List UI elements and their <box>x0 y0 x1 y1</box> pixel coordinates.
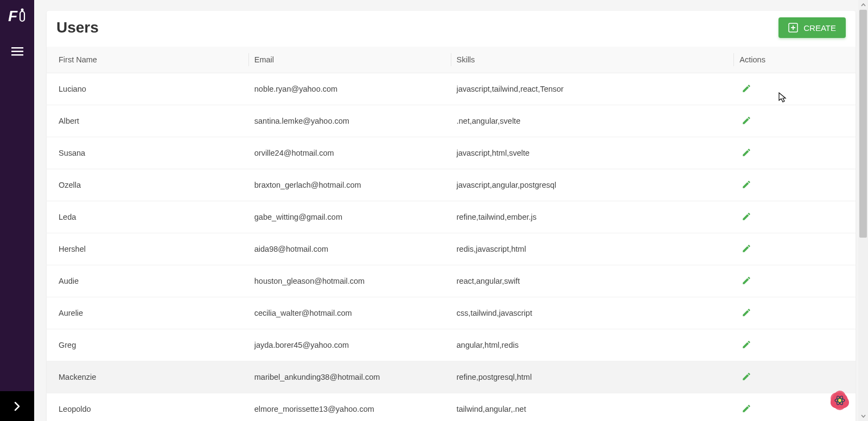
create-button-label: CREATE <box>803 23 836 33</box>
cell-skills: redis,javascript,html <box>451 233 735 265</box>
menu-toggle-button[interactable] <box>11 47 23 56</box>
cell-skills: refine,postgresql,html <box>451 361 735 393</box>
scrollbar-up-button[interactable] <box>858 0 868 10</box>
cell-email: santina.lemke@yahoo.com <box>249 105 451 137</box>
app-logo[interactable]: F <box>8 7 27 26</box>
sidebar-expand-button[interactable] <box>0 391 34 421</box>
cell-email: aida98@hotmail.com <box>249 233 451 265</box>
edit-button[interactable] <box>739 113 754 129</box>
edit-icon <box>742 404 751 415</box>
edit-button[interactable] <box>739 305 754 321</box>
table-row[interactable]: Aureliececilia_walter@hotmail.comcss,tai… <box>47 297 856 329</box>
hamburger-icon <box>11 47 23 56</box>
edit-icon <box>742 116 751 127</box>
table-row[interactable]: Susanaorville24@hotmail.comjavascript,ht… <box>47 137 856 169</box>
edit-button[interactable] <box>739 145 754 161</box>
svg-rect-1 <box>20 11 24 21</box>
svg-rect-3 <box>11 47 23 49</box>
edit-button[interactable] <box>739 273 754 289</box>
table-row[interactable]: Leopoldoelmore_morissette13@yahoo.comtai… <box>47 393 856 422</box>
column-first-name[interactable]: First Name <box>47 47 249 73</box>
svg-rect-4 <box>11 51 23 53</box>
scrollbar-down-button[interactable] <box>858 411 868 421</box>
cell-first-name: Ozella <box>47 169 249 201</box>
table-row[interactable]: Lucianonoble.ryan@yahoo.comjavascript,ta… <box>47 73 856 105</box>
cell-skills: angular,html,redis <box>451 329 735 361</box>
cell-email: orville24@hotmail.com <box>249 137 451 169</box>
cell-first-name: Audie <box>47 265 249 297</box>
cell-actions <box>734 265 856 297</box>
cell-first-name: Mackenzie <box>47 361 249 393</box>
table-row[interactable]: Ledagabe_witting@gmail.comrefine,tailwin… <box>47 201 856 233</box>
edit-button[interactable] <box>739 401 754 417</box>
cell-email: maribel_ankunding38@hotmail.com <box>249 361 451 393</box>
cell-first-name: Hershel <box>47 233 249 265</box>
users-card: Users CREATE First Name Email Skills Act… <box>47 11 856 421</box>
svg-rect-5 <box>11 54 23 56</box>
cell-actions <box>734 137 856 169</box>
plus-square-icon <box>788 23 798 33</box>
table-header-row: First Name Email Skills Actions <box>47 47 856 73</box>
scrollbar-thumb[interactable] <box>859 10 867 238</box>
edit-icon <box>742 276 751 287</box>
cell-email: houston_gleason@hotmail.com <box>249 265 451 297</box>
cell-skills: refine,tailwind,ember.js <box>451 201 735 233</box>
column-skills[interactable]: Skills <box>451 47 735 73</box>
cell-first-name: Luciano <box>47 73 249 105</box>
edit-icon <box>742 84 751 95</box>
chevron-down-icon <box>861 414 866 418</box>
cell-actions <box>734 105 856 137</box>
cell-first-name: Susana <box>47 137 249 169</box>
edit-icon <box>742 212 751 223</box>
card-header: Users CREATE <box>47 11 856 47</box>
cell-skills: javascript,html,svelte <box>451 137 735 169</box>
cell-first-name: Aurelie <box>47 297 249 329</box>
cell-actions <box>734 73 856 105</box>
svg-point-2 <box>21 9 23 11</box>
react-query-icon <box>829 390 851 411</box>
cell-email: cecilia_walter@hotmail.com <box>249 297 451 329</box>
main-content: Users CREATE First Name Email Skills Act… <box>34 0 868 421</box>
edit-button[interactable] <box>739 81 754 97</box>
cell-actions <box>734 297 856 329</box>
svg-text:F: F <box>8 8 18 24</box>
cell-actions <box>734 169 856 201</box>
create-button[interactable]: CREATE <box>778 17 846 38</box>
scrollbar-track[interactable] <box>858 10 868 411</box>
edit-button[interactable] <box>739 337 754 353</box>
cell-skills: javascript,tailwind,react,Tensor <box>451 73 735 105</box>
chevron-up-icon <box>861 3 866 7</box>
cell-email: elmore_morissette13@yahoo.com <box>249 393 451 422</box>
edit-icon <box>742 180 751 191</box>
column-email[interactable]: Email <box>249 47 451 73</box>
cell-first-name: Leda <box>47 201 249 233</box>
cell-skills: react,angular,swift <box>451 265 735 297</box>
edit-button[interactable] <box>739 369 754 385</box>
logo-icon: F <box>8 7 27 25</box>
cell-actions <box>734 233 856 265</box>
page-title: Users <box>56 19 99 36</box>
edit-button[interactable] <box>739 241 754 257</box>
cell-actions <box>734 201 856 233</box>
table-row[interactable]: Albertsantina.lemke@yahoo.com.net,angula… <box>47 105 856 137</box>
edit-icon <box>742 308 751 319</box>
table-container: First Name Email Skills Actions Lucianon… <box>47 47 856 421</box>
cell-email: braxton_gerlach@hotmail.com <box>249 169 451 201</box>
table-row[interactable]: Hershelaida98@hotmail.comredis,javascrip… <box>47 233 856 265</box>
table-row[interactable]: Mackenziemaribel_ankunding38@hotmail.com… <box>47 361 856 393</box>
cell-first-name: Greg <box>47 329 249 361</box>
cell-skills: javascript,angular,postgresql <box>451 169 735 201</box>
table-row[interactable]: Audiehouston_gleason@hotmail.comreact,an… <box>47 265 856 297</box>
users-table: First Name Email Skills Actions Lucianon… <box>47 47 856 421</box>
cell-email: jayda.borer45@yahoo.com <box>249 329 451 361</box>
cell-skills: tailwind,angular,.net <box>451 393 735 422</box>
table-row[interactable]: Gregjayda.borer45@yahoo.comangular,html,… <box>47 329 856 361</box>
cell-actions <box>734 361 856 393</box>
cell-first-name: Albert <box>47 105 249 137</box>
cell-email: gabe_witting@gmail.com <box>249 201 451 233</box>
table-row[interactable]: Ozellabraxton_gerlach@hotmail.comjavascr… <box>47 169 856 201</box>
edit-button[interactable] <box>739 209 754 225</box>
column-actions[interactable]: Actions <box>734 47 856 73</box>
react-query-devtools-button[interactable] <box>829 390 851 411</box>
edit-button[interactable] <box>739 177 754 193</box>
